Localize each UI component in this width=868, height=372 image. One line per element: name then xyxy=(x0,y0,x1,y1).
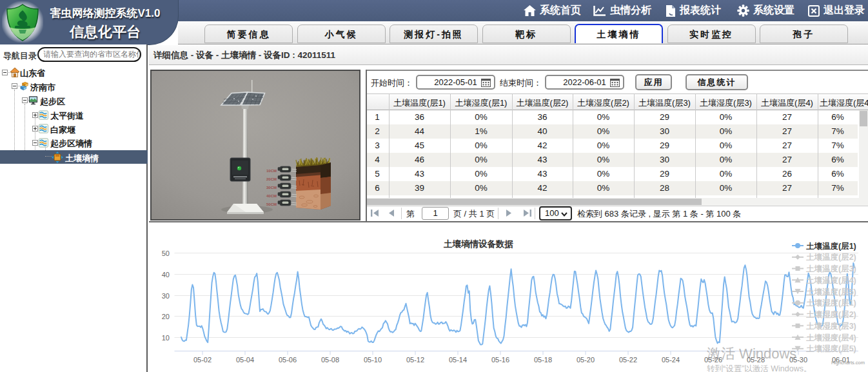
svg-text:30: 30 xyxy=(162,292,170,300)
svg-text:05-06: 05-06 xyxy=(279,356,297,364)
svg-text:05-24: 05-24 xyxy=(662,356,680,364)
svg-text:50: 50 xyxy=(162,250,170,257)
svg-text:05-14: 05-14 xyxy=(449,356,467,364)
svg-text:40: 40 xyxy=(162,271,170,279)
svg-text:05-10: 05-10 xyxy=(364,356,382,364)
svg-text:转到“设置”以激活 Windows。: 转到“设置”以激活 Windows。 xyxy=(707,364,812,372)
svg-text:土壤温度(层5): 土壤温度(层5) xyxy=(806,288,856,297)
svg-text:10CM: 10CM xyxy=(266,169,277,173)
svg-text:05-16: 05-16 xyxy=(491,356,509,364)
svg-text:土壤湿度(层4): 土壤湿度(层4) xyxy=(806,333,856,342)
svg-text:激活 Windows: 激活 Windows xyxy=(707,346,796,362)
svg-text:20: 20 xyxy=(162,313,170,320)
svg-text:土壤墒情设备数据: 土壤墒情设备数据 xyxy=(443,239,514,249)
svg-text:土壤湿度(层2): 土壤湿度(层2) xyxy=(806,310,856,319)
svg-text:10: 10 xyxy=(162,334,170,342)
svg-text:土壤温度(层3): 土壤温度(层3) xyxy=(806,264,856,273)
svg-text:05-22: 05-22 xyxy=(619,356,637,364)
svg-text:土壤湿度(层5): 土壤湿度(层5) xyxy=(806,344,856,353)
svg-text:20CM: 20CM xyxy=(266,177,277,181)
svg-text:Highcharts.com: Highcharts.com xyxy=(831,360,865,366)
svg-text:05-20: 05-20 xyxy=(577,356,595,364)
svg-text:50CM: 50CM xyxy=(266,202,277,206)
svg-text:40CM: 40CM xyxy=(266,194,277,198)
svg-text:05-04: 05-04 xyxy=(236,356,254,364)
svg-text:土壤温度(层1): 土壤温度(层1) xyxy=(806,242,856,251)
svg-text:土壤温度(层2): 土壤温度(层2) xyxy=(806,253,856,262)
svg-text:土壤湿度(层3): 土壤湿度(层3) xyxy=(806,322,856,331)
svg-text:土壤温度(层4): 土壤温度(层4) xyxy=(806,276,856,285)
svg-text:05-02: 05-02 xyxy=(193,356,212,364)
svg-text:05-08: 05-08 xyxy=(321,356,339,364)
svg-text:05-12: 05-12 xyxy=(406,356,424,364)
svg-text:土壤湿度(层1): 土壤湿度(层1) xyxy=(806,299,856,308)
svg-text:30CM: 30CM xyxy=(266,186,277,190)
svg-text:05-18: 05-18 xyxy=(534,356,552,364)
